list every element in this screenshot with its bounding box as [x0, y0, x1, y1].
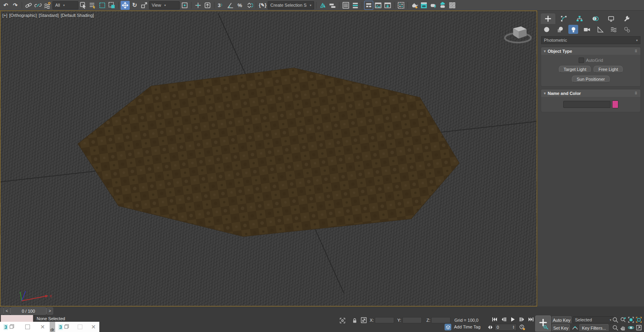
tab-utilities[interactable] — [620, 13, 634, 24]
tab-display[interactable] — [604, 13, 618, 24]
free-light-button[interactable]: Free Light — [594, 66, 623, 73]
maximize-viewport-toggle-icon[interactable] — [635, 324, 642, 331]
select-and-rotate-icon[interactable]: ↻ — [130, 1, 139, 10]
toggle-ribbon-icon[interactable] — [364, 1, 373, 10]
play-animation-button[interactable] — [508, 316, 517, 323]
coord-z-field[interactable] — [431, 317, 450, 323]
add-time-tag-label[interactable]: Add Time Tag — [454, 325, 480, 329]
close-button[interactable]: ✕ — [40, 324, 45, 330]
set-key-button[interactable]: Set Key — [552, 324, 570, 332]
name-and-color-rollout-header[interactable]: ▾ Name and Color ⠿ — [541, 89, 640, 97]
maximize-button[interactable] — [78, 325, 82, 329]
viewport-standard-menu[interactable]: [Standard] — [39, 13, 59, 18]
selection-filter-dropdown[interactable]: All▾ — [52, 1, 78, 9]
open-mini-trackbar-button[interactable] — [0, 307, 4, 315]
isolate-selection-icon[interactable] — [339, 317, 346, 324]
align-icon[interactable] — [328, 1, 337, 10]
zoom-icon[interactable] — [612, 316, 619, 323]
category-cameras-icon[interactable] — [582, 25, 592, 34]
close-button[interactable]: ✕ — [91, 324, 96, 330]
key-filters-button[interactable]: Key Filters... — [579, 324, 609, 332]
pan-hand-icon[interactable] — [620, 324, 627, 331]
restore-window-icon[interactable] — [64, 324, 69, 330]
angle-snap-icon[interactable] — [226, 1, 235, 10]
material-editor-icon[interactable] — [396, 1, 406, 10]
layer-explorer-icon[interactable] — [351, 1, 360, 10]
previous-frame-slider-button[interactable]: < — [4, 307, 10, 315]
select-and-manipulate-icon[interactable] — [194, 1, 203, 10]
reference-coordinate-system-dropdown[interactable]: View▾ — [149, 1, 180, 9]
percent-snap-icon[interactable]: % — [235, 1, 244, 10]
rectangular-selection-region-icon[interactable] — [98, 1, 107, 10]
zoom-extents-icon[interactable] — [627, 316, 635, 323]
category-shapes-icon[interactable] — [555, 25, 565, 34]
object-type-rollout-header[interactable]: ▾ Object Type ⠿ — [541, 47, 640, 55]
previous-frame-button[interactable] — [499, 316, 508, 323]
spinner-arrows-icon[interactable]: ▲▼ — [512, 325, 515, 329]
viewport[interactable]: [+] [Orthographic] [Standard] [Default S… — [0, 11, 537, 306]
orbit-icon[interactable] — [627, 324, 635, 331]
state-sets-icon[interactable] — [448, 1, 457, 10]
edit-named-selection-sets-icon[interactable]: {✎} — [258, 1, 267, 10]
target-light-button[interactable]: Target Light — [559, 66, 591, 73]
selection-lock-icon[interactable] — [351, 317, 358, 324]
named-selection-set-dropdown[interactable]: Create Selection Se▾ — [268, 1, 314, 9]
viewport-shading-menu[interactable]: [Default Shading] — [61, 13, 94, 18]
undo-icon[interactable]: ↶ — [1, 1, 10, 10]
rendered-frame-window-icon[interactable] — [419, 1, 428, 10]
render-production-icon[interactable] — [429, 1, 438, 10]
object-name-input[interactable] — [563, 101, 610, 108]
viewport-general-menu[interactable]: [+] — [2, 13, 7, 18]
rollout-grip-icon[interactable]: ⠿ — [635, 49, 638, 53]
time-tag-icon[interactable] — [445, 324, 451, 330]
select-object-icon[interactable] — [79, 1, 88, 10]
go-to-start-button[interactable] — [490, 316, 499, 323]
unlink-selection-icon[interactable] — [34, 1, 43, 10]
category-lights-icon[interactable] — [568, 25, 578, 34]
next-frame-button[interactable] — [517, 316, 526, 323]
category-space-warps-icon[interactable] — [609, 25, 618, 34]
snaps-toggle-icon[interactable]: 3 — [216, 1, 225, 10]
maximize-button[interactable] — [25, 325, 30, 329]
bind-to-space-warp-icon[interactable] — [43, 1, 52, 10]
tab-hierarchy[interactable] — [572, 13, 587, 24]
zoom-all-icon[interactable] — [620, 316, 627, 323]
tab-motion[interactable] — [588, 13, 603, 24]
sun-positioner-button[interactable]: Sun Positioner — [572, 76, 610, 83]
autogrid-checkbox[interactable] — [579, 57, 584, 63]
keyboard-shortcut-override-icon[interactable] — [203, 1, 212, 10]
time-slider[interactable]: 0 / 100 — [10, 307, 47, 315]
category-helpers-icon[interactable] — [595, 25, 605, 34]
key-filter-selection-dropdown[interactable]: Selected▾ — [573, 316, 614, 323]
category-geometry-icon[interactable] — [542, 25, 551, 34]
window-crossing-icon[interactable] — [107, 1, 116, 10]
go-to-end-button[interactable] — [527, 316, 535, 323]
auto-key-button[interactable]: Auto Key — [552, 316, 571, 324]
zoom-region-icon[interactable] — [612, 324, 619, 331]
coord-x-field[interactable] — [375, 317, 394, 323]
render-setup-icon[interactable] — [410, 1, 419, 10]
select-and-move-icon[interactable] — [121, 1, 130, 10]
select-and-scale-icon[interactable] — [140, 1, 149, 10]
light-type-dropdown[interactable]: Photometric ▾ — [541, 36, 640, 44]
redo-icon[interactable]: ↷ — [11, 1, 20, 10]
category-systems-icon[interactable] — [622, 25, 632, 34]
next-frame-slider-button[interactable]: > — [47, 307, 53, 315]
curve-editor-icon[interactable] — [374, 1, 383, 10]
spinner-snap-icon[interactable] — [245, 1, 254, 10]
schematic-view-icon[interactable] — [383, 1, 392, 10]
object-color-swatch[interactable] — [612, 100, 618, 108]
current-frame-spinner[interactable]: 0▲▼ — [495, 324, 517, 331]
absolute-offset-mode-icon[interactable] — [360, 317, 367, 324]
coord-y-field[interactable] — [402, 317, 422, 323]
set-keys-button[interactable] — [535, 315, 551, 332]
use-pivot-point-center-icon[interactable] — [180, 1, 189, 10]
octagon-plane-object[interactable] — [78, 68, 459, 237]
select-by-name-icon[interactable] — [88, 1, 97, 10]
zoom-extents-all-icon[interactable] — [635, 316, 642, 323]
time-configuration-icon[interactable] — [519, 324, 526, 331]
key-mode-toggle-button[interactable] — [487, 324, 493, 330]
render-in-cloud-icon[interactable] — [438, 1, 447, 10]
rollout-grip-icon[interactable]: ⠿ — [635, 91, 638, 95]
select-and-link-icon[interactable] — [24, 1, 33, 10]
